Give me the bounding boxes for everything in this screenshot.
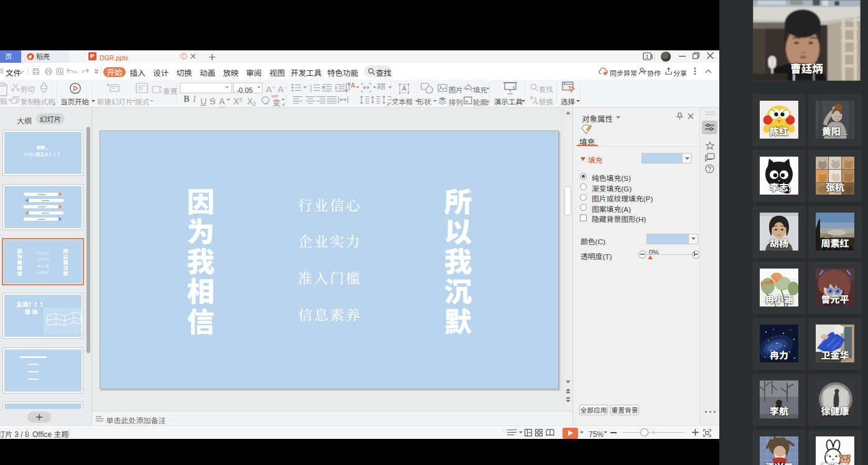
svg-text:A: A — [534, 96, 537, 101]
svg-text:1: 1 — [645, 53, 648, 60]
svg-text:A: A — [402, 85, 406, 92]
svg-text:3: 3 — [310, 89, 312, 92]
svg-text:AB: AB — [377, 84, 386, 91]
svg-text:A: A — [351, 82, 355, 89]
